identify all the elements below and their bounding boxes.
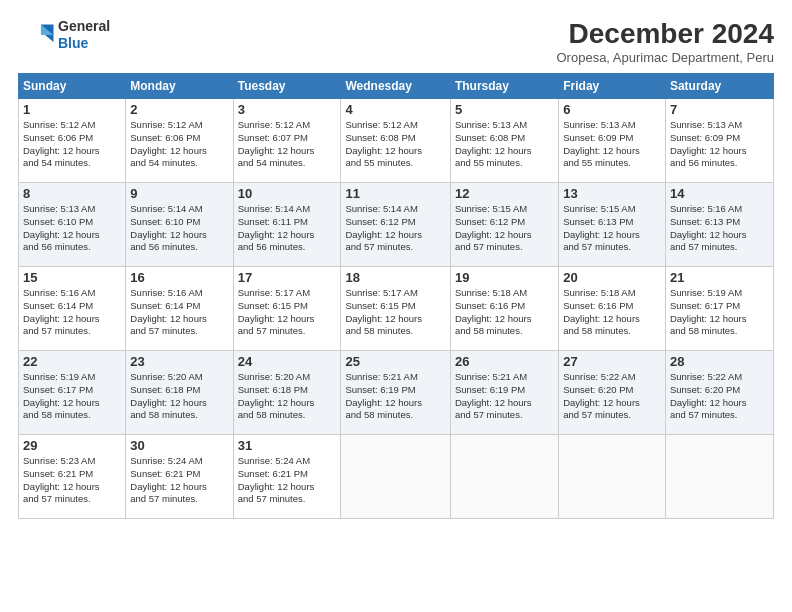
day-info: Sunrise: 5:16 AMSunset: 6:14 PMDaylight:… [23,287,121,338]
logo-icon [18,21,54,49]
calendar-cell [559,435,666,519]
calendar-cell: 20Sunrise: 5:18 AMSunset: 6:16 PMDayligh… [559,267,666,351]
day-number: 15 [23,270,121,285]
calendar-cell: 12Sunrise: 5:15 AMSunset: 6:12 PMDayligh… [450,183,558,267]
calendar-cell: 3Sunrise: 5:12 AMSunset: 6:07 PMDaylight… [233,99,341,183]
logo-text-general: General [58,18,110,35]
day-info: Sunrise: 5:20 AMSunset: 6:18 PMDaylight:… [238,371,337,422]
header: General Blue December 2024 Oropesa, Apur… [18,18,774,65]
calendar-cell: 5Sunrise: 5:13 AMSunset: 6:08 PMDaylight… [450,99,558,183]
day-number: 17 [238,270,337,285]
day-info: Sunrise: 5:12 AMSunset: 6:08 PMDaylight:… [345,119,445,170]
day-number: 16 [130,270,228,285]
title-block: December 2024 Oropesa, Apurimac Departme… [557,18,775,65]
calendar-cell: 9Sunrise: 5:14 AMSunset: 6:10 PMDaylight… [126,183,233,267]
day-info: Sunrise: 5:21 AMSunset: 6:19 PMDaylight:… [345,371,445,422]
day-info: Sunrise: 5:13 AMSunset: 6:09 PMDaylight:… [563,119,661,170]
day-info: Sunrise: 5:22 AMSunset: 6:20 PMDaylight:… [670,371,769,422]
calendar-cell: 14Sunrise: 5:16 AMSunset: 6:13 PMDayligh… [665,183,773,267]
calendar-cell: 2Sunrise: 5:12 AMSunset: 6:06 PMDaylight… [126,99,233,183]
calendar-day-header: Wednesday [341,74,450,99]
calendar-cell: 24Sunrise: 5:20 AMSunset: 6:18 PMDayligh… [233,351,341,435]
day-number: 27 [563,354,661,369]
day-number: 9 [130,186,228,201]
day-info: Sunrise: 5:21 AMSunset: 6:19 PMDaylight:… [455,371,554,422]
day-number: 26 [455,354,554,369]
day-info: Sunrise: 5:13 AMSunset: 6:08 PMDaylight:… [455,119,554,170]
day-info: Sunrise: 5:13 AMSunset: 6:09 PMDaylight:… [670,119,769,170]
day-number: 3 [238,102,337,117]
main-title: December 2024 [557,18,775,50]
day-info: Sunrise: 5:19 AMSunset: 6:17 PMDaylight:… [23,371,121,422]
day-number: 23 [130,354,228,369]
calendar-cell: 26Sunrise: 5:21 AMSunset: 6:19 PMDayligh… [450,351,558,435]
calendar-cell: 28Sunrise: 5:22 AMSunset: 6:20 PMDayligh… [665,351,773,435]
calendar-header-row: SundayMondayTuesdayWednesdayThursdayFrid… [19,74,774,99]
day-number: 1 [23,102,121,117]
day-number: 28 [670,354,769,369]
day-number: 14 [670,186,769,201]
calendar-day-header: Saturday [665,74,773,99]
calendar-cell: 22Sunrise: 5:19 AMSunset: 6:17 PMDayligh… [19,351,126,435]
day-info: Sunrise: 5:16 AMSunset: 6:13 PMDaylight:… [670,203,769,254]
calendar-cell: 31Sunrise: 5:24 AMSunset: 6:21 PMDayligh… [233,435,341,519]
calendar-cell: 7Sunrise: 5:13 AMSunset: 6:09 PMDaylight… [665,99,773,183]
calendar-cell: 6Sunrise: 5:13 AMSunset: 6:09 PMDaylight… [559,99,666,183]
day-info: Sunrise: 5:15 AMSunset: 6:12 PMDaylight:… [455,203,554,254]
calendar-cell: 30Sunrise: 5:24 AMSunset: 6:21 PMDayligh… [126,435,233,519]
day-info: Sunrise: 5:22 AMSunset: 6:20 PMDaylight:… [563,371,661,422]
day-info: Sunrise: 5:12 AMSunset: 6:07 PMDaylight:… [238,119,337,170]
calendar-week-row: 22Sunrise: 5:19 AMSunset: 6:17 PMDayligh… [19,351,774,435]
day-number: 21 [670,270,769,285]
calendar-cell: 10Sunrise: 5:14 AMSunset: 6:11 PMDayligh… [233,183,341,267]
logo-text-blue: Blue [58,35,110,52]
day-number: 29 [23,438,121,453]
day-number: 24 [238,354,337,369]
calendar-cell: 21Sunrise: 5:19 AMSunset: 6:17 PMDayligh… [665,267,773,351]
day-number: 18 [345,270,445,285]
day-number: 10 [238,186,337,201]
day-info: Sunrise: 5:20 AMSunset: 6:18 PMDaylight:… [130,371,228,422]
day-info: Sunrise: 5:17 AMSunset: 6:15 PMDaylight:… [345,287,445,338]
day-number: 11 [345,186,445,201]
day-number: 30 [130,438,228,453]
calendar-cell: 15Sunrise: 5:16 AMSunset: 6:14 PMDayligh… [19,267,126,351]
calendar-cell: 8Sunrise: 5:13 AMSunset: 6:10 PMDaylight… [19,183,126,267]
calendar-cell: 23Sunrise: 5:20 AMSunset: 6:18 PMDayligh… [126,351,233,435]
calendar-day-header: Thursday [450,74,558,99]
day-info: Sunrise: 5:24 AMSunset: 6:21 PMDaylight:… [238,455,337,506]
calendar-day-header: Friday [559,74,666,99]
calendar-cell: 1Sunrise: 5:12 AMSunset: 6:06 PMDaylight… [19,99,126,183]
day-number: 6 [563,102,661,117]
day-info: Sunrise: 5:18 AMSunset: 6:16 PMDaylight:… [455,287,554,338]
calendar-week-row: 8Sunrise: 5:13 AMSunset: 6:10 PMDaylight… [19,183,774,267]
day-info: Sunrise: 5:15 AMSunset: 6:13 PMDaylight:… [563,203,661,254]
day-number: 20 [563,270,661,285]
calendar-cell: 25Sunrise: 5:21 AMSunset: 6:19 PMDayligh… [341,351,450,435]
day-info: Sunrise: 5:14 AMSunset: 6:12 PMDaylight:… [345,203,445,254]
day-number: 22 [23,354,121,369]
calendar-cell: 29Sunrise: 5:23 AMSunset: 6:21 PMDayligh… [19,435,126,519]
day-number: 8 [23,186,121,201]
calendar-week-row: 29Sunrise: 5:23 AMSunset: 6:21 PMDayligh… [19,435,774,519]
day-info: Sunrise: 5:13 AMSunset: 6:10 PMDaylight:… [23,203,121,254]
calendar-cell: 13Sunrise: 5:15 AMSunset: 6:13 PMDayligh… [559,183,666,267]
day-info: Sunrise: 5:18 AMSunset: 6:16 PMDaylight:… [563,287,661,338]
calendar-day-header: Sunday [19,74,126,99]
day-number: 5 [455,102,554,117]
page: General Blue December 2024 Oropesa, Apur… [0,0,792,612]
calendar-cell: 17Sunrise: 5:17 AMSunset: 6:15 PMDayligh… [233,267,341,351]
calendar-cell: 27Sunrise: 5:22 AMSunset: 6:20 PMDayligh… [559,351,666,435]
logo: General Blue [18,18,110,52]
day-number: 31 [238,438,337,453]
day-number: 2 [130,102,228,117]
day-info: Sunrise: 5:12 AMSunset: 6:06 PMDaylight:… [130,119,228,170]
calendar-day-header: Monday [126,74,233,99]
day-info: Sunrise: 5:24 AMSunset: 6:21 PMDaylight:… [130,455,228,506]
calendar-cell: 4Sunrise: 5:12 AMSunset: 6:08 PMDaylight… [341,99,450,183]
day-info: Sunrise: 5:14 AMSunset: 6:10 PMDaylight:… [130,203,228,254]
calendar-table: SundayMondayTuesdayWednesdayThursdayFrid… [18,73,774,519]
day-number: 25 [345,354,445,369]
calendar-cell [665,435,773,519]
day-info: Sunrise: 5:14 AMSunset: 6:11 PMDaylight:… [238,203,337,254]
